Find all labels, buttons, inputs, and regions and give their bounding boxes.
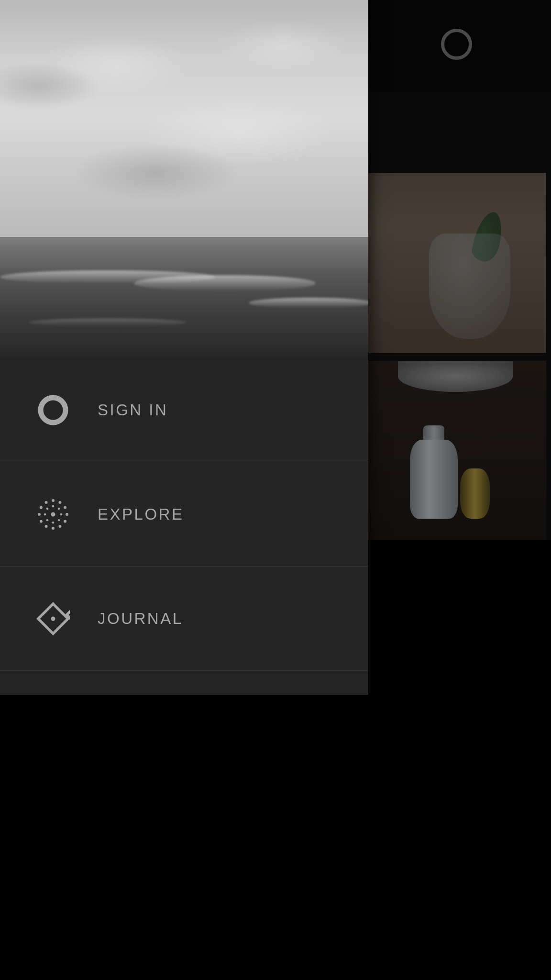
svg-point-12 bbox=[40, 506, 43, 509]
menu-label: JOURNAL bbox=[98, 610, 183, 628]
sync-icon bbox=[441, 29, 472, 60]
gallery-thumb bbox=[364, 173, 546, 353]
journal-icon bbox=[36, 602, 70, 635]
svg-point-4 bbox=[64, 506, 66, 509]
svg-point-17 bbox=[58, 519, 60, 521]
svg-point-24 bbox=[51, 616, 55, 621]
background-gallery bbox=[364, 173, 546, 541]
menu-item-signin[interactable]: SIGN IN bbox=[0, 358, 368, 462]
svg-point-10 bbox=[40, 520, 43, 523]
black-letterbox bbox=[0, 695, 551, 980]
svg-point-15 bbox=[58, 507, 60, 510]
gallery-thumb bbox=[364, 361, 546, 541]
svg-point-18 bbox=[52, 521, 55, 523]
svg-point-5 bbox=[66, 513, 68, 516]
menu-item-journal[interactable]: JOURNAL bbox=[0, 567, 368, 671]
svg-point-6 bbox=[64, 520, 66, 523]
svg-point-19 bbox=[46, 519, 49, 521]
svg-point-0 bbox=[41, 398, 66, 423]
svg-point-1 bbox=[51, 512, 55, 516]
svg-point-9 bbox=[45, 525, 48, 528]
svg-point-21 bbox=[46, 507, 49, 510]
svg-point-11 bbox=[38, 513, 41, 516]
svg-point-20 bbox=[44, 513, 46, 515]
svg-rect-22 bbox=[67, 602, 70, 630]
svg-point-13 bbox=[45, 501, 48, 503]
svg-point-3 bbox=[59, 501, 62, 503]
drawer-hero-image bbox=[0, 0, 368, 358]
svg-point-2 bbox=[52, 499, 55, 502]
profile-circle-icon bbox=[36, 393, 70, 427]
menu-label: EXPLORE bbox=[98, 505, 184, 523]
svg-point-7 bbox=[59, 525, 62, 528]
explore-icon bbox=[36, 498, 70, 531]
svg-point-14 bbox=[52, 505, 55, 507]
svg-point-16 bbox=[60, 513, 63, 515]
svg-point-8 bbox=[52, 527, 55, 530]
menu-label: SIGN IN bbox=[98, 401, 168, 419]
menu-item-explore[interactable]: EXPLORE bbox=[0, 462, 368, 567]
